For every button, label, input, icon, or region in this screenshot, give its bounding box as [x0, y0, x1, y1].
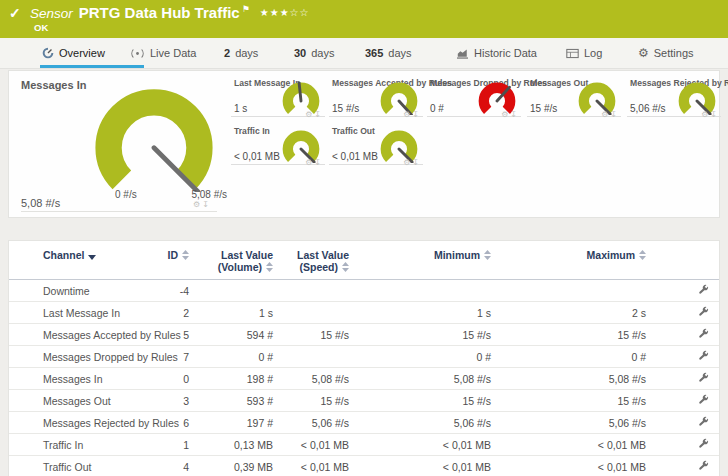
cell-id: 4	[159, 456, 189, 476]
cell-id: 1	[159, 434, 189, 456]
download-icon[interactable]: ↧	[412, 110, 421, 119]
cell-max: < 0,01 MB	[491, 434, 646, 456]
cell-actions	[646, 456, 719, 476]
gear-icon[interactable]: ⚙	[403, 158, 412, 167]
cell-actions	[646, 368, 719, 390]
tab-overview[interactable]: Overview	[42, 38, 105, 68]
table-header-row: ChannelIDLast Value(Volume)Last Value(Sp…	[9, 241, 719, 280]
cell-actions	[646, 324, 719, 346]
tab-number: 365	[365, 47, 383, 59]
cell-actions	[646, 346, 719, 368]
column-header-vol[interactable]: Last Value(Volume)	[189, 241, 273, 280]
tab-number: 30	[294, 47, 306, 59]
gear-icon[interactable]: ⚙	[601, 110, 610, 119]
cell-max: 5,06 #/s	[491, 412, 646, 434]
cell-speed: 5,06 #/s	[273, 412, 349, 434]
mini-gauge-value: 15 #/s	[530, 103, 557, 114]
download-icon[interactable]: ↧	[412, 158, 421, 167]
cell-id: 2	[159, 302, 189, 324]
tab-log[interactable]: Log	[566, 38, 602, 68]
cell-min: 1 s	[349, 302, 491, 324]
column-header-speed[interactable]: Last Value(Speed)	[273, 241, 349, 280]
cell-channel: Traffic Out	[9, 456, 159, 476]
gear-icon[interactable]: ⚙	[305, 110, 314, 119]
table-row: Traffic Out40,39 MB< 0,01 MB< 0,01 MB< 0…	[9, 456, 719, 476]
cell-min: 15 #/s	[349, 324, 491, 346]
mini-gauge-title: Traffic Out	[332, 126, 375, 136]
download-icon[interactable]: ↧	[710, 110, 719, 119]
tab-30-days[interactable]: 30days	[294, 38, 335, 68]
wrench-icon[interactable]	[698, 416, 709, 427]
tab-2-days[interactable]: 2days	[224, 38, 258, 68]
mini-gauge-value: < 0,01 MB	[234, 151, 280, 162]
panel-icon-group: ⚙↧	[305, 110, 323, 119]
gear-icon[interactable]: ⚙	[193, 200, 202, 209]
cell-max: 15 #/s	[491, 324, 646, 346]
column-header-label: Channel	[43, 249, 84, 261]
main-gauge-panel: Messages In 0 #/s 5,08 #/s 5,08 #/s ⚙↧	[9, 71, 227, 217]
flag-icon[interactable]: ⚑	[242, 4, 250, 14]
column-header-actions	[646, 241, 719, 280]
sensor-header: ✓ SensorPRTG Data Hub Traffic⚑★★★☆☆ OK	[0, 0, 728, 38]
cell-speed	[273, 302, 349, 324]
cell-channel: Messages Rejected by Rules	[9, 412, 159, 434]
mini-gauge-value: < 0,01 MB	[332, 151, 378, 162]
tab-label: days	[235, 47, 258, 59]
wrench-icon[interactable]	[698, 284, 709, 295]
tab-number: 2	[224, 47, 230, 59]
cell-min: 5,08 #/s	[349, 368, 491, 390]
channel-table-panel: ChannelIDLast Value(Volume)Last Value(Sp…	[8, 240, 720, 476]
panel-icon-group: ⚙↧	[403, 158, 421, 167]
table-row: Messages Rejected by Rules6197 #5,06 #/s…	[9, 412, 719, 434]
column-header-id[interactable]: ID	[159, 241, 189, 280]
gear-icon[interactable]: ⚙	[501, 110, 510, 119]
gear-icon[interactable]: ⚙	[701, 110, 710, 119]
column-header-min[interactable]: Minimum	[349, 241, 491, 280]
priority-star-rating[interactable]: ★★★☆☆	[260, 7, 310, 18]
wrench-icon[interactable]	[698, 460, 709, 471]
download-icon[interactable]: ↧	[314, 110, 323, 119]
table-row: Messages Out3593 #15 #/s15 #/s15 #/s	[9, 390, 719, 412]
cell-id: 0	[159, 368, 189, 390]
download-icon[interactable]: ↧	[610, 110, 619, 119]
wrench-icon[interactable]	[698, 350, 709, 361]
gear-icon[interactable]: ⚙	[403, 110, 412, 119]
table-row: Last Message In21 s1 s2 s	[9, 302, 719, 324]
wrench-icon[interactable]	[698, 394, 709, 405]
wrench-icon[interactable]	[698, 372, 709, 383]
cell-speed: < 0,01 MB	[273, 456, 349, 476]
cell-vol: 594 #	[189, 324, 273, 346]
column-header-channel[interactable]: Channel	[9, 241, 159, 280]
gear-icon[interactable]: ⚙	[305, 158, 314, 167]
table-row: Messages In0198 #5,08 #/s5,08 #/s5,08 #/…	[9, 368, 719, 390]
mini-gauge-value: 1 s	[234, 103, 247, 114]
cell-min	[349, 280, 491, 302]
tab-historic-data[interactable]: Historic Data	[456, 38, 537, 68]
download-icon[interactable]: ↧	[510, 110, 519, 119]
panel-icon-group: ⚙↧	[193, 200, 211, 209]
tab-365-days[interactable]: 365days	[365, 38, 412, 68]
wrench-icon[interactable]	[698, 438, 709, 449]
main-gauge-value: 5,08 #/s	[21, 197, 60, 209]
cell-actions	[646, 412, 719, 434]
download-icon[interactable]: ↧	[202, 200, 211, 209]
cell-vol: 593 #	[189, 390, 273, 412]
gauge-scale-max: 5,08 #/s	[191, 189, 227, 200]
column-header-max[interactable]: Maximum	[491, 241, 646, 280]
cell-channel: Messages Out	[9, 390, 159, 412]
mini-gauge-title: Traffic In	[234, 126, 270, 136]
mini-gauge-panel-messages-accepted-by-rules: Messages Accepted by Rules15 #/s⚙↧	[329, 76, 423, 117]
tab-settings[interactable]: ⚙Settings	[638, 38, 694, 68]
cell-max: 15 #/s	[491, 390, 646, 412]
wrench-icon[interactable]	[698, 328, 709, 339]
download-icon[interactable]: ↧	[314, 158, 323, 167]
tab-live-data[interactable]: Live Data	[130, 38, 196, 68]
cell-channel: Messages Dropped by Rules	[9, 346, 159, 368]
wrench-icon[interactable]	[698, 306, 709, 317]
tab-label: Overview	[59, 47, 105, 59]
cell-min: 0 #	[349, 346, 491, 368]
gauge-icon	[42, 47, 54, 59]
gauge-scale-min: 0 #/s	[115, 189, 137, 200]
column-header-label: Maximum	[587, 249, 635, 261]
sensor-title: PRTG Data Hub Traffic	[79, 4, 240, 21]
